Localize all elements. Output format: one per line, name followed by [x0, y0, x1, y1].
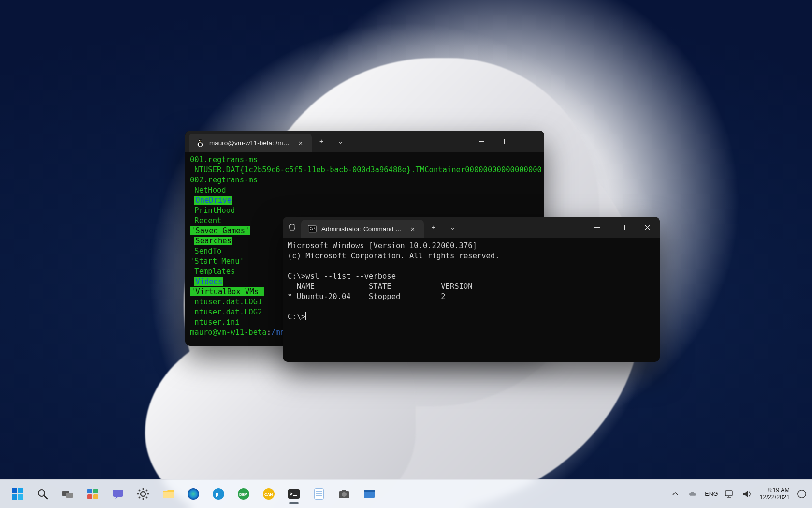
svg-rect-41 — [315, 489, 323, 499]
svg-rect-12 — [18, 494, 23, 500]
line: ntuser.dat.LOG1 — [190, 298, 262, 306]
notepad-button[interactable] — [308, 483, 330, 505]
widgets-button[interactable] — [82, 483, 103, 505]
language-indicator[interactable]: ENG — [705, 491, 718, 497]
text-cursor — [305, 312, 306, 320]
clock[interactable]: 8:19 AM 12/22/2021 — [759, 487, 790, 501]
edge-button[interactable] — [183, 483, 204, 505]
app-button[interactable] — [359, 483, 380, 505]
edge-dev-button[interactable]: DEV — [233, 483, 254, 505]
svg-text:C:\: C:\ — [310, 227, 316, 231]
line: Recent — [190, 216, 221, 225]
svg-rect-8 — [620, 225, 624, 230]
network-icon[interactable] — [725, 489, 735, 499]
svg-rect-39 — [288, 489, 300, 499]
taskbar[interactable]: β DEV CAN ENG — [0, 479, 812, 508]
line: (c) Microsoft Corporation. All rights re… — [288, 252, 500, 260]
tab-wsl[interactable]: mauro@vm-w11-beta: /mnt/c/U × — [189, 134, 312, 152]
notification-center-button[interactable] — [797, 489, 807, 499]
chat-button[interactable] — [107, 483, 129, 505]
system-tray[interactable]: ENG 8:19 AM 12/22/2021 — [670, 480, 807, 508]
line: NTUSER.DAT{1c2b59c6-c5f5-11eb-bacb-000d3… — [190, 165, 542, 174]
svg-rect-17 — [87, 489, 92, 493]
dir-entry: Searches — [194, 237, 232, 245]
clock-time: 8:19 AM — [759, 487, 790, 494]
tab-close-button[interactable]: × — [408, 225, 417, 233]
line: 'Start Menu' — [190, 257, 244, 266]
titlebar-drag-region[interactable] — [350, 131, 469, 152]
titlebar-drag-region[interactable] — [463, 217, 584, 238]
svg-rect-21 — [113, 490, 123, 497]
line: ntuser.dat.LOG2 — [190, 308, 262, 316]
svg-point-2 — [199, 143, 202, 147]
volume-icon[interactable] — [742, 489, 753, 499]
svg-rect-20 — [93, 494, 98, 499]
titlebar[interactable]: C:\ Administrator: Command Promp × + ⌄ — [283, 217, 660, 238]
camera-button[interactable] — [334, 483, 355, 505]
new-tab-button[interactable]: + — [312, 137, 331, 145]
line: C:\>wsl --list --verbose — [288, 272, 396, 281]
close-button[interactable] — [635, 217, 660, 238]
svg-point-3 — [199, 140, 200, 141]
search-button[interactable] — [32, 483, 53, 505]
line: 002.regtrans-ms — [190, 176, 258, 184]
minimize-button[interactable] — [584, 217, 609, 238]
svg-point-32 — [188, 488, 199, 500]
svg-rect-9 — [12, 488, 17, 493]
tab-title: Administrator: Command Promp — [321, 225, 404, 233]
svg-rect-47 — [342, 490, 346, 492]
cmd-icon: C:\ — [308, 224, 317, 233]
onedrive-icon[interactable] — [687, 489, 698, 499]
svg-line-28 — [146, 497, 147, 498]
prompt-user: mauro@vm-w11-beta — [190, 328, 267, 337]
tab-cmd[interactable]: C:\ Administrator: Command Promp × — [301, 220, 424, 238]
svg-rect-50 — [725, 491, 732, 496]
svg-line-14 — [44, 495, 47, 499]
window-admin-cmd[interactable]: C:\ Administrator: Command Promp × + ⌄ M… — [283, 217, 660, 362]
svg-rect-11 — [12, 494, 17, 500]
new-tab-button[interactable]: + — [424, 224, 443, 231]
line: Templates — [190, 267, 235, 276]
start-button[interactable] — [7, 483, 28, 505]
titlebar[interactable]: mauro@vm-w11-beta: /mnt/c/U × + ⌄ — [185, 131, 544, 152]
svg-rect-49 — [364, 490, 375, 492]
line: NAME STATE VERSION — [288, 282, 473, 291]
svg-line-29 — [146, 490, 147, 491]
svg-line-30 — [139, 497, 140, 498]
prompt-sep: : — [267, 328, 271, 337]
dir-entry: 'VirtualBox VMs' — [190, 287, 264, 296]
svg-point-4 — [201, 140, 202, 141]
svg-point-22 — [141, 492, 145, 496]
terminal-output[interactable]: Microsoft Windows [Version 10.0.22000.37… — [283, 238, 660, 362]
close-button[interactable] — [519, 131, 544, 152]
svg-rect-10 — [18, 488, 23, 493]
line: SendTo — [190, 247, 221, 255]
maximize-button[interactable] — [609, 217, 635, 238]
tab-dropdown-button[interactable]: ⌄ — [331, 137, 350, 145]
maximize-button[interactable] — [494, 131, 519, 152]
file-explorer-button[interactable] — [158, 483, 179, 505]
dir-entry: OneDrive — [194, 196, 232, 205]
edge-beta-button[interactable]: β — [208, 483, 229, 505]
line: NetHood — [190, 186, 226, 194]
edge-canary-button[interactable]: CAN — [258, 483, 279, 505]
tray-overflow-button[interactable] — [670, 489, 681, 499]
line: * Ubuntu-20.04 Stopped 2 — [288, 292, 446, 301]
svg-rect-16 — [66, 493, 73, 498]
tab-close-button[interactable]: × — [296, 139, 305, 147]
linux-tux-icon — [196, 138, 204, 147]
svg-text:DEV: DEV — [239, 493, 247, 497]
svg-point-53 — [798, 490, 806, 498]
svg-text:CAN: CAN — [264, 493, 273, 497]
minimize-button[interactable] — [469, 131, 494, 152]
tab-dropdown-button[interactable]: ⌄ — [443, 224, 463, 231]
svg-rect-5 — [504, 139, 509, 144]
settings-button[interactable] — [132, 483, 154, 505]
svg-point-46 — [342, 492, 347, 497]
clock-date: 12/22/2021 — [759, 494, 790, 501]
line: ntuser.ini — [190, 318, 240, 327]
terminal-button[interactable] — [283, 483, 304, 505]
line: 001.regtrans-ms — [190, 155, 258, 164]
task-view-button[interactable] — [57, 483, 78, 505]
dir-entry: Videos — [194, 277, 223, 286]
